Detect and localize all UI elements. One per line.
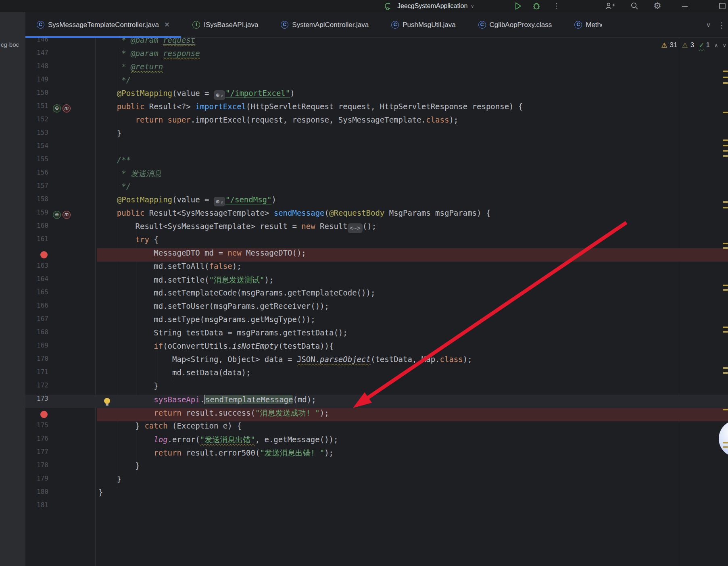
url-globe-inlay-icon[interactable] (214, 197, 225, 206)
stripe-warning-mark[interactable] (723, 289, 728, 291)
code-line[interactable]: 156 * 发送消息 (25, 169, 728, 182)
stripe-warning-mark[interactable] (723, 331, 728, 333)
stripe-warning-mark[interactable] (723, 442, 728, 443)
editor-tab-3[interactable]: CPushMsgUtil.java (380, 12, 467, 37)
run-config-icon[interactable] (383, 0, 393, 12)
line-number[interactable]: 164 (25, 275, 48, 288)
code-line[interactable]: 178 } (25, 461, 728, 474)
code-line[interactable]: 146 * @param request (25, 38, 728, 49)
line-number[interactable]: 176 (25, 435, 48, 448)
line-number[interactable]: 168 (25, 328, 48, 341)
line-number[interactable]: 178 (25, 461, 48, 474)
code-line[interactable]: 168 String testData = msgParams.getTestD… (25, 328, 728, 341)
code-line[interactable]: 167 md.setType(msgParams.getMsgType()); (25, 315, 728, 328)
prev-problem-icon[interactable]: ∧ (714, 42, 718, 48)
settings-gear-icon[interactable]: ⚙ (653, 0, 661, 12)
code-line[interactable]: 150 @PostMapping(value = "/importExcel") (25, 89, 728, 102)
stripe-warning-mark[interactable] (723, 71, 728, 72)
stripe-warning-mark[interactable] (723, 139, 728, 141)
code-line[interactable]: 155 /** (25, 155, 728, 169)
code-line[interactable]: 152 return super.importExcel(request, re… (25, 115, 728, 129)
line-number[interactable]: 152 (25, 115, 48, 129)
code-line[interactable]: 165 md.setTemplateCode(msgParams.getTemp… (25, 288, 728, 302)
restore-window-icon[interactable] (718, 0, 727, 12)
overridden-method-icon[interactable]: m (63, 211, 71, 219)
tab-options-icon[interactable]: ⋮ (718, 21, 726, 30)
line-number[interactable]: 171 (25, 368, 48, 381)
line-number[interactable]: 160 (25, 222, 48, 235)
line-number[interactable]: 148 (25, 62, 48, 75)
code-line[interactable]: 171 md.setData(data); (25, 368, 728, 381)
code-line[interactable]: 180} (25, 488, 728, 501)
line-number[interactable]: 150 (25, 89, 48, 102)
code-line[interactable]: 148 * @return (25, 62, 728, 75)
editor-tab-4[interactable]: CCglibAopProxy.class (467, 12, 563, 37)
overridden-method-icon[interactable]: m (63, 104, 71, 112)
run-button[interactable] (513, 0, 523, 12)
code-line[interactable]: 181 (25, 501, 728, 514)
code-line[interactable]: 147 * @param response (25, 49, 728, 62)
code-line[interactable]: 169 if(oConvertUtils.isNotEmpty(testData… (25, 341, 728, 355)
stripe-warning-mark[interactable] (723, 82, 728, 84)
code-line[interactable]: 170 Map<String, Object> data = JSON.pars… (25, 355, 728, 368)
code-line[interactable]: 153 } (25, 129, 728, 142)
line-number[interactable]: 158 (25, 195, 48, 208)
editor-tab-2[interactable]: CSystemApiController.java (269, 12, 380, 37)
editor-tab-1[interactable]: IISysBaseAPI.java (181, 12, 269, 37)
debug-button[interactable] (532, 0, 541, 12)
line-number[interactable]: 181 (25, 501, 48, 514)
run-config-selector[interactable]: JeecgSystemApplication ∨ (397, 0, 474, 12)
code-line[interactable]: return result.success("消息发送成功! "); (25, 408, 728, 421)
line-number[interactable]: 163 (25, 262, 48, 275)
rest-endpoint-icon[interactable]: ⊕ (53, 104, 61, 112)
show-hidden-tabs-icon[interactable]: ∨ (706, 21, 711, 29)
line-number[interactable]: 153 (25, 129, 48, 142)
code-line[interactable]: 179 } (25, 474, 728, 488)
project-tree-item[interactable]: cg-boc (1, 41, 19, 48)
code-line[interactable]: 151⊕m public Result<?> importExcel(HttpS… (25, 102, 728, 115)
code-line[interactable]: 149 */ (25, 75, 728, 89)
code-line[interactable]: 161 try { (25, 235, 728, 248)
code-line[interactable]: 176 log.error("发送消息出错", e.getMessage()); (25, 435, 728, 448)
code-line[interactable]: 177 return result.error500("发送消息出错! "); (25, 448, 728, 461)
minimize-window-icon[interactable] (681, 0, 689, 12)
code-line[interactable]: 160 Result<SysMessageTemplate> result = … (25, 222, 728, 235)
line-number[interactable]: 161 (25, 235, 48, 248)
line-number[interactable]: 155 (25, 155, 48, 169)
code-line[interactable]: 159⊕m public Result<SysMessageTemplate> … (25, 208, 728, 222)
code-line[interactable]: 158 @PostMapping(value = "/sendMsg") (25, 195, 728, 208)
code-editor[interactable]: 146 * @param request147 * @param respons… (25, 38, 728, 566)
line-number[interactable]: 157 (25, 182, 48, 195)
stripe-warning-mark[interactable] (723, 247, 728, 249)
project-panel-sliver[interactable]: cg-boc (0, 12, 25, 566)
stripe-warning-mark[interactable] (723, 207, 728, 208)
stripe-warning-mark[interactable] (723, 409, 728, 410)
line-number[interactable]: 169 (25, 341, 48, 355)
search-icon[interactable] (630, 0, 639, 12)
rest-endpoint-icon[interactable]: ⊕ (53, 211, 61, 219)
code-line[interactable]: 164 md.setTitle("消息发送测试"); (25, 275, 728, 288)
inspections-widget[interactable]: ⚠31 ⚠3 ✓1 ∧ ∨ (661, 40, 726, 51)
stripe-warning-mark[interactable] (723, 446, 728, 448)
close-tab-icon[interactable]: ✕ (164, 21, 170, 29)
code-line[interactable]: 173 sysBaseApi.sendTemplateMessage(md); (25, 395, 728, 408)
stripe-warning-mark[interactable] (723, 327, 728, 328)
line-number[interactable]: 170 (25, 355, 48, 368)
stripe-warning-mark[interactable] (723, 150, 728, 152)
stripe-warning-mark[interactable] (723, 201, 728, 203)
code-line[interactable]: 175 } catch (Exception e) { (25, 421, 728, 435)
code-line[interactable]: 157 */ (25, 182, 728, 195)
line-number[interactable]: 175 (25, 421, 48, 435)
stripe-warning-mark[interactable] (723, 77, 728, 78)
code-line[interactable]: MessageDTO md = new MessageDTO(); (25, 248, 728, 262)
breakpoint-icon[interactable] (40, 251, 48, 258)
stripe-warning-mark[interactable] (723, 372, 728, 374)
stripe-warning-mark[interactable] (723, 285, 728, 286)
line-number[interactable]: 151 (25, 102, 48, 115)
code-line[interactable]: 163 md.setToAll(false); (25, 262, 728, 275)
code-line[interactable]: 166 md.setToUser(msgParams.getReceiver()… (25, 302, 728, 315)
stripe-warning-mark[interactable] (723, 243, 728, 244)
url-globe-inlay-icon[interactable] (214, 90, 225, 100)
line-number[interactable]: 173 (25, 395, 48, 408)
code-line[interactable]: 154 (25, 142, 728, 155)
